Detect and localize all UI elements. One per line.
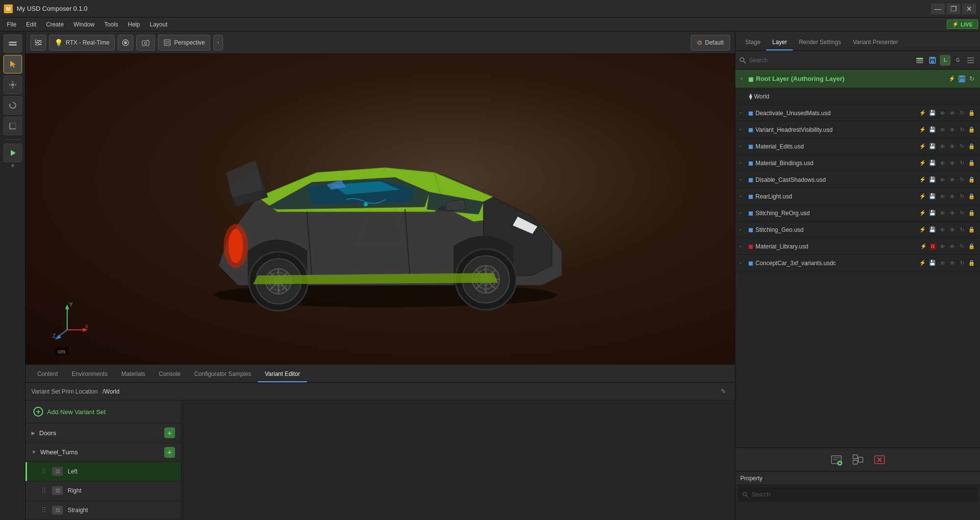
layer-bottom-toolbar <box>735 447 980 471</box>
root-actions: ⚡ ↻ <box>948 74 976 83</box>
tab-stage[interactable]: Stage <box>739 35 766 50</box>
root-expand-icon: ▼ <box>739 76 746 81</box>
layer-save-icon-btn[interactable] <box>927 55 938 66</box>
tool-layers[interactable] <box>3 34 22 53</box>
menu-edit[interactable]: Edit <box>21 19 41 30</box>
tab-environments[interactable]: Environments <box>65 367 114 382</box>
property-search-input[interactable] <box>752 491 973 498</box>
layer-root[interactable]: ▼ ◼ Root Layer (Authoring Layer) ⚡ ↻ <box>735 70 980 88</box>
straight-thumbnail-icon: 🖼 <box>52 506 63 515</box>
live-badge[interactable]: ⚡ LIVE <box>947 20 978 29</box>
tab-layer[interactable]: Layer <box>766 35 793 50</box>
layer-stitching-geo[interactable]: + ◼ Stitching_Geo.usd ⚡ 💾 👁 👁 ↻ 🔒 <box>735 222 980 238</box>
root-save-icon[interactable] <box>957 74 966 83</box>
layer-menu-icon-btn[interactable] <box>965 55 976 66</box>
layer-disable-castshadows[interactable]: + ◼ Disable_CastShadows.usd ⚡ 💾 👁 👁 ↻ 🔒 <box>735 172 980 188</box>
r-badge[interactable]: R <box>929 243 937 250</box>
tab-materials[interactable]: Materials <box>114 367 152 382</box>
svg-point-68 <box>743 492 747 495</box>
settings-button[interactable] <box>30 35 46 50</box>
straight-drag-handle: ⠿ <box>41 506 46 514</box>
cm-label: cm <box>55 347 68 355</box>
tab-variant-presenter[interactable]: Variant Presenter <box>847 35 904 50</box>
layer-deactivate[interactable]: + ◼ Deactivate_UnusedMats.usd ⚡ 💾 👁 👁 ↻ … <box>735 105 980 122</box>
variant-set-doors[interactable]: ▶ Doors + <box>25 423 181 443</box>
deactivate-eye1[interactable]: 👁 <box>938 109 947 118</box>
svg-rect-57 <box>833 457 840 458</box>
layer-world[interactable]: ⧫ World <box>735 88 980 105</box>
viewport[interactable]: Y X Z cm <box>25 54 735 364</box>
wheel-turns-chevron-icon: ▼ <box>31 449 36 455</box>
material-library-actions: ⚡ R 👁 👁 ↻ 🔒 <box>919 242 976 251</box>
layer-material-bindings[interactable]: + ◼ Material_Bindings.usd ⚡ 💾 👁 👁 ↻ 🔒 <box>735 155 980 172</box>
layer-search-input[interactable] <box>749 57 911 64</box>
layer-add-button[interactable] <box>829 452 844 468</box>
rtx-label: RTX - Real-Time <box>66 39 109 46</box>
variant-set-wheel-turns[interactable]: ▼ Wheel_Turns + <box>25 443 181 462</box>
layer-merge-button[interactable] <box>850 452 866 468</box>
layer-remove-button[interactable] <box>872 452 887 468</box>
layer-material-library[interactable]: + ◼ Material_Library.usd ⚡ R 👁 👁 ↻ 🔒 <box>735 238 980 255</box>
deactivate-bolt[interactable]: ⚡ <box>918 109 927 118</box>
default-button[interactable]: ⊙ Default <box>691 35 730 50</box>
add-variant-set-button[interactable]: + Add New Variant Set <box>25 400 181 423</box>
svg-rect-11 <box>142 41 149 46</box>
menu-file[interactable]: File <box>2 19 21 30</box>
tool-rotate[interactable] <box>3 96 22 115</box>
tab-variant-editor[interactable]: Variant Editor <box>258 367 307 382</box>
tool-play[interactable] <box>3 144 22 162</box>
variant-prim-label: Variant Set Prim Location <box>31 388 98 395</box>
variant-item-straight[interactable]: ⠿ 🖼 Straight <box>25 501 181 520</box>
menu-window[interactable]: Window <box>69 19 100 30</box>
deactivate-eye2[interactable]: 👁 <box>948 109 956 118</box>
layer-stack-icon-btn[interactable] <box>914 55 925 66</box>
layer-search-bar: L G <box>735 51 980 70</box>
tool-scale[interactable] <box>3 117 22 135</box>
tool-select[interactable] <box>3 55 22 74</box>
svg-point-8 <box>36 44 38 46</box>
tab-content[interactable]: Content <box>30 367 65 382</box>
menu-create[interactable]: Create <box>41 19 69 30</box>
render-mode-button[interactable] <box>118 35 133 50</box>
root-reload-icon[interactable]: ↻ <box>967 74 976 83</box>
deactivate-lock[interactable]: 🔒 <box>967 109 976 118</box>
close-button[interactable]: ✕ <box>962 3 976 14</box>
root-layer-name: Root Layer (Authoring Layer) <box>756 75 946 82</box>
menu-help[interactable]: Help <box>123 19 145 30</box>
menu-tools[interactable]: Tools <box>100 19 123 30</box>
default-label: Default <box>705 39 724 46</box>
minimize-button[interactable]: — <box>931 3 945 14</box>
menu-layout[interactable]: Layout <box>145 19 172 30</box>
wheel-turns-add-button[interactable]: + <box>164 447 175 458</box>
layer-rearlight[interactable]: + ◼ RearLight.usd ⚡ 💾 👁 👁 ↻ 🔒 <box>735 188 980 205</box>
right-drag-handle: ⠿ <box>41 487 46 495</box>
doors-add-button[interactable]: + <box>164 427 175 438</box>
layer-material-edits[interactable]: + ◼ Material_Edits.usd ⚡ 💾 👁 👁 ↻ 🔒 <box>735 138 980 155</box>
svg-rect-1 <box>9 44 17 46</box>
g-button[interactable]: G <box>953 55 963 66</box>
tool-move[interactable] <box>3 75 22 94</box>
maximize-button[interactable]: ❐ <box>947 3 960 14</box>
variant-edit-button[interactable]: ✎ <box>717 386 729 397</box>
deactivate-save[interactable]: 💾 <box>928 109 937 118</box>
rtx-button[interactable]: 💡 RTX - Real-Time <box>49 35 115 50</box>
perspective-button[interactable]: Perspective <box>158 35 210 50</box>
tab-render-settings[interactable]: Render Settings <box>793 35 847 50</box>
layer-conceptcar-variants[interactable]: + ◼ ConceptCar_3xf_variants.usdc ⚡ 💾 👁 👁… <box>735 255 980 272</box>
layer-variant-headrest[interactable]: + ◼ Variant_HeadrestVisibility.usd ⚡ 💾 👁… <box>735 122 980 138</box>
svg-rect-64 <box>858 457 863 462</box>
l-button[interactable]: L <box>940 55 951 66</box>
perspective-chevron[interactable]: › <box>213 35 223 50</box>
material-library-name: Material_Library.usd <box>755 243 917 250</box>
variant-left-panel: + Add New Variant Set ▶ Doors + ▼ Wheel_… <box>25 400 181 520</box>
variant-item-left[interactable]: ⠿ 🖼 Left <box>25 462 181 481</box>
deactivate-reload[interactable]: ↻ <box>957 109 966 118</box>
variant-item-right[interactable]: ⠿ 🖼 Right <box>25 481 181 500</box>
root-bolt-icon[interactable]: ⚡ <box>948 74 956 83</box>
camera-button[interactable] <box>136 35 155 50</box>
tab-console[interactable]: Console <box>152 367 187 382</box>
live-label: LIVE <box>961 22 973 27</box>
tab-configurator[interactable]: Configurator Samples <box>187 367 258 382</box>
search-icon <box>739 57 746 64</box>
layer-stitching-reorg[interactable]: + ◼ Stitching_ReOrg.usd ⚡ 💾 👁 👁 ↻ 🔒 <box>735 205 980 222</box>
